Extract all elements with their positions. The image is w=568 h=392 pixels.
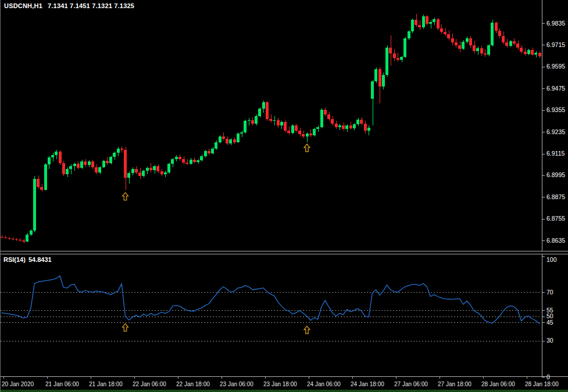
candle-body	[142, 171, 145, 176]
candle-body	[106, 161, 109, 164]
candle-body	[237, 134, 240, 142]
candle-body	[502, 36, 505, 42]
candle-body	[167, 164, 170, 172]
candle-body	[462, 42, 465, 49]
candle-body	[222, 136, 225, 139]
candle-body	[59, 152, 62, 164]
candle-body	[95, 167, 98, 172]
candle-body	[120, 149, 123, 150]
candle-body	[495, 23, 498, 31]
candle-body	[124, 150, 127, 178]
candle-body	[182, 159, 185, 163]
price-axis[interactable]	[542, 0, 568, 376]
candle-body	[37, 179, 40, 187]
candle-body	[335, 124, 338, 127]
candle-body	[371, 81, 374, 99]
candle-body	[353, 124, 356, 128]
candle-body	[98, 167, 101, 172]
candle-body	[440, 28, 443, 32]
candle-body	[160, 171, 163, 174]
candle-body	[331, 119, 334, 124]
candle-body	[178, 157, 181, 159]
candle-body	[69, 166, 72, 169]
candle-body	[77, 164, 80, 168]
window-border-bottom	[1, 390, 568, 392]
candle-body	[291, 125, 294, 132]
candle-body	[229, 139, 232, 143]
candle-body	[30, 231, 33, 235]
candle-body	[342, 125, 345, 129]
candle-body	[389, 48, 392, 53]
candle-body	[447, 34, 450, 38]
candle-body	[480, 48, 483, 53]
candle-body	[8, 238, 10, 239]
candle-body	[11, 239, 14, 239]
candle-body	[320, 110, 323, 127]
candle-body	[429, 22, 432, 24]
candle-body	[458, 45, 461, 49]
candle-body	[62, 163, 65, 174]
candle-body	[40, 187, 43, 190]
candle-body	[324, 110, 327, 114]
candle-body	[316, 127, 319, 129]
candle-body	[524, 52, 527, 54]
candle-body	[382, 75, 385, 87]
candle-body	[44, 164, 47, 190]
candle-body	[306, 134, 309, 136]
candle-body	[437, 19, 440, 29]
candle-body	[171, 159, 174, 163]
candle-body	[73, 164, 76, 166]
candle-body	[149, 168, 152, 170]
candle-body	[204, 151, 207, 156]
candle-body	[211, 149, 214, 153]
candle-body	[251, 120, 254, 124]
candle-body	[509, 41, 512, 46]
candle-body	[469, 38, 472, 45]
candle-body	[200, 156, 203, 160]
candle-body	[433, 19, 435, 22]
candle-body	[153, 166, 156, 170]
candle-body	[284, 122, 287, 131]
candle-body	[360, 120, 363, 124]
candle-body	[22, 240, 25, 242]
indicator-name: RSI(14)	[3, 256, 26, 263]
candle-body	[476, 48, 479, 51]
time-axis[interactable]	[1, 376, 542, 390]
candle-body	[273, 120, 276, 121]
candle-body	[313, 129, 316, 135]
candle-body	[175, 157, 178, 160]
candle-body	[538, 53, 541, 56]
candle-body	[327, 114, 330, 119]
candle-body	[55, 152, 58, 156]
candle-body	[197, 160, 199, 162]
panel-separator-handle[interactable]	[1, 251, 568, 254]
candle-body	[117, 149, 120, 153]
candle-body	[356, 120, 359, 124]
candle-body	[374, 69, 377, 81]
candle-body	[26, 235, 28, 242]
symbol-ohlc-label: USDCNH,H17.1341 7.1451 7.1321 7.1325	[4, 2, 134, 9]
candle-body	[91, 161, 94, 167]
candle-body	[444, 32, 446, 34]
candle-body	[4, 238, 7, 238]
candle-body	[244, 121, 247, 132]
candle-body	[422, 16, 425, 27]
candle-body	[302, 134, 305, 136]
candle-body	[48, 157, 51, 164]
candle-body	[51, 155, 54, 157]
chart-canvas[interactable]: 6.98356.97156.95956.94756.93556.92356.91…	[1, 0, 568, 392]
candle-body	[491, 23, 494, 45]
candle-body	[403, 38, 406, 57]
candle-body	[287, 131, 290, 133]
candle-body	[534, 53, 537, 55]
candle-body	[15, 239, 18, 240]
candle-body	[266, 102, 269, 119]
candle-body	[127, 173, 130, 178]
candles-group	[1, 14, 541, 243]
candle-body	[226, 139, 228, 143]
candle-body	[298, 131, 301, 135]
mt4-chart-window: USDCNH,H17.1341 7.1451 7.1321 7.1325 RSI…	[0, 0, 568, 392]
candle-body	[164, 172, 167, 174]
candle-body	[269, 119, 272, 121]
candle-body	[349, 125, 352, 128]
